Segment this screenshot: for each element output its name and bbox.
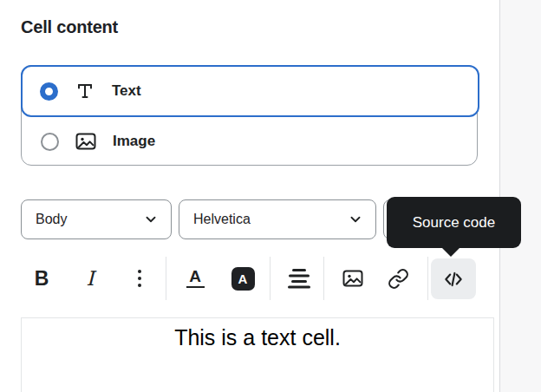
radio-image[interactable] [41,133,59,151]
insert-image-button[interactable] [336,259,370,297]
toolbar-divider [166,257,166,300]
insert-image-icon [342,267,364,290]
italic-icon: I [86,267,94,290]
text-type-icon [74,80,96,102]
image-icon [75,130,97,153]
cell-content-panel: Cell content Image [0,0,541,392]
bold-icon: B [35,267,49,291]
text-cell-content: This is a text cell. [22,318,493,351]
choice-option-image[interactable]: Image [22,117,477,166]
link-icon [388,268,409,290]
cell-content-choice-list: Image Text [21,65,478,166]
font-family-value: Helvetica [193,212,251,227]
tooltip-arrow [442,248,460,257]
toolbar-divider [323,257,324,300]
italic-button[interactable]: I [75,259,106,297]
insert-link-button[interactable] [381,259,415,297]
toolbar-divider [427,257,428,300]
toolbar-divider [270,257,270,300]
choice-label-image: Image [113,133,155,150]
paragraph-style-select[interactable]: Body [21,199,172,239]
kebab-menu-icon [136,269,143,288]
tooltip-label: Source code [413,214,495,232]
choice-option-text[interactable]: Text [21,65,479,117]
highlight-color-icon: A [231,267,255,291]
chevron-down-icon [143,212,159,227]
bold-button[interactable]: B [26,259,57,297]
align-center-icon [288,269,310,289]
radio-text[interactable] [40,82,58,101]
formatting-toolbar: B I A A [0,257,499,300]
panel-right-gutter [499,0,541,392]
chevron-down-icon [348,212,363,227]
font-family-select[interactable]: Helvetica [179,199,376,239]
panel-heading: Cell content [21,16,118,38]
align-center-button[interactable] [283,259,316,297]
source-code-button[interactable] [431,258,476,299]
paragraph-style-value: Body [36,212,67,227]
source-code-tooltip: Source code [387,197,521,248]
choice-label-text: Text [112,82,141,100]
more-options-button[interactable] [125,259,154,297]
text-cell-editor[interactable]: This is a text cell. [21,317,494,392]
text-color-button[interactable]: A [179,259,212,297]
source-code-icon [441,268,466,291]
text-color-icon: A [186,269,205,288]
highlight-color-button[interactable]: A [225,259,260,297]
